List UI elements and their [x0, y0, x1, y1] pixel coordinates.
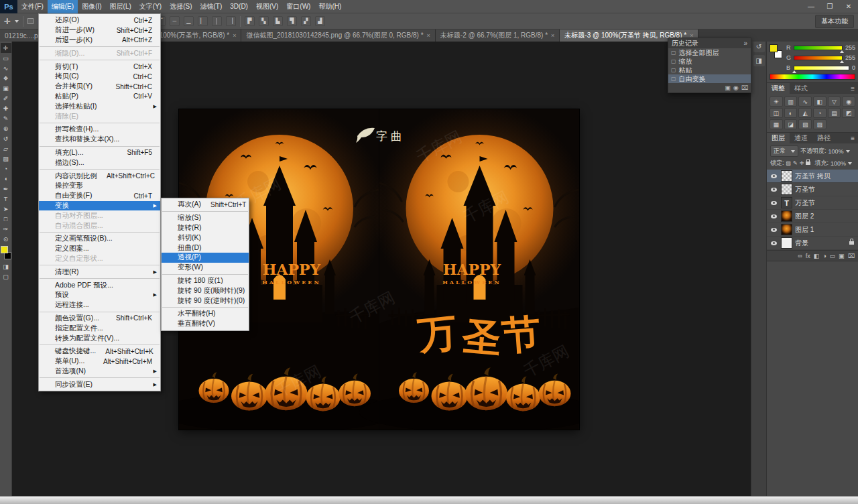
menu-filter[interactable]: 滤镜(T) — [196, 0, 227, 13]
eyedropper-tool[interactable]: ✐ — [1, 93, 11, 103]
tab-close-icon[interactable]: × — [427, 32, 430, 39]
tab-paths[interactable]: 路径 — [812, 133, 835, 143]
shape-tool[interactable]: □ — [1, 214, 11, 224]
tab-channels[interactable]: 通道 — [790, 133, 812, 143]
link-layers-icon[interactable]: ∞ — [798, 253, 802, 259]
spot-healing-brush-tool[interactable]: ✚ — [1, 103, 11, 113]
opacity-value[interactable]: 100% — [829, 148, 844, 155]
submenu-item-transform-again[interactable]: 再次(A)Shift+Ctrl+T — [162, 200, 249, 210]
menu-3d[interactable]: 3D(D) — [226, 0, 252, 13]
exposure-icon[interactable]: ◧ — [813, 97, 826, 107]
curves-icon[interactable]: ∿ — [798, 97, 812, 107]
windows-taskbar[interactable] — [0, 496, 858, 504]
lock-all-icon[interactable] — [806, 162, 810, 165]
layer-thumbnail[interactable] — [781, 224, 792, 235]
distribute-bottom-edges-icon[interactable]: ▙ — [273, 16, 283, 26]
menu-layer[interactable]: 图层(L) — [106, 0, 135, 13]
history-panel-icon[interactable]: ↺ — [753, 41, 765, 52]
menu-item-transform[interactable]: 变换▶ — [39, 201, 160, 211]
document-tab-4[interactable]: 未标题-2 @ 66.7%(图层 1, RGB/8) * × — [436, 29, 560, 42]
layer-visibility-toggle[interactable] — [769, 241, 778, 245]
submenu-item-rotate[interactable]: 旋转(R) — [162, 223, 249, 233]
pen-tool[interactable]: ✒ — [1, 184, 11, 194]
menu-item-presets[interactable]: 预设▶ — [39, 290, 160, 300]
black-white-icon[interactable]: ◐ — [784, 108, 798, 118]
layer-visibility-toggle[interactable] — [769, 228, 778, 232]
history-brush-tool[interactable]: ↺ — [1, 133, 11, 143]
delete-layer-icon[interactable]: ⌧ — [848, 253, 855, 259]
layer-effects-icon[interactable]: fx — [806, 253, 810, 259]
menu-item-sync-settings[interactable]: 同步设置(E)▶ — [39, 379, 160, 389]
menu-item-keyboard-shortcuts[interactable]: 键盘快捷键...Alt+Shift+Ctrl+K — [39, 346, 160, 357]
lock-transparent-pixels-icon[interactable]: ▨ — [786, 160, 792, 166]
tab-layers[interactable]: 图层 — [767, 133, 790, 143]
layer-group-icon[interactable]: ▭ — [830, 253, 836, 259]
layer-thumbnail[interactable] — [781, 184, 792, 195]
menu-item-cut[interactable]: 剪切(T)Ctrl+X — [39, 62, 160, 72]
align-bottom-edges-icon[interactable]: ▁ — [184, 16, 194, 26]
blur-tool[interactable]: ◔ — [1, 164, 11, 174]
layer-visibility-toggle[interactable] — [769, 214, 778, 218]
hue-saturation-icon[interactable]: ◉ — [842, 97, 855, 107]
panel-menu-icon[interactable]: ≡ — [847, 85, 858, 92]
color-spectrum-ramp[interactable] — [770, 74, 855, 80]
submenu-item-skew[interactable]: 斜切(K) — [162, 233, 249, 243]
menu-item-puppet-warp[interactable]: 操控变形 — [39, 181, 160, 191]
menu-view[interactable]: 视图(V) — [252, 0, 282, 13]
panel-menu-icon[interactable]: ≡ — [847, 135, 858, 142]
channel-mixer-icon[interactable]: ◔ — [813, 108, 826, 118]
layer-thumbnail[interactable] — [781, 210, 792, 222]
path-selection-tool[interactable]: ➤ — [1, 204, 11, 214]
submenu-item-distort[interactable]: 扭曲(D) — [162, 243, 249, 253]
crop-tool[interactable]: ▣ — [1, 83, 11, 93]
auto-select-checkbox[interactable] — [27, 18, 34, 24]
vibrance-icon[interactable]: ▽ — [828, 97, 841, 107]
adjustment-layer-icon[interactable]: ◑ — [822, 253, 826, 259]
menu-item-step-backward[interactable]: 后退一步(K)Alt+Ctrl+Z — [39, 36, 160, 46]
zoom-tool[interactable]: ⊙ — [1, 234, 11, 244]
menu-item-menus[interactable]: 菜单(U)...Alt+Shift+Ctrl+M — [39, 357, 160, 367]
submenu-item-rotate-90-ccw[interactable]: 旋转 90 度(逆时针)(0) — [162, 296, 249, 306]
submenu-item-scale[interactable]: 缩放(S) — [162, 213, 249, 223]
fill-value[interactable]: 100% — [831, 160, 846, 167]
tab-close-icon[interactable]: × — [233, 32, 236, 39]
eraser-tool[interactable]: ▱ — [1, 143, 11, 153]
minimize-button[interactable]: — — [802, 0, 820, 13]
layer-row-layer-1[interactable]: 图层 1 — [767, 223, 858, 237]
brightness-contrast-icon[interactable]: ☀ — [770, 97, 783, 107]
type-tool[interactable]: T — [1, 194, 11, 204]
menu-edit[interactable]: 编辑(E) — [48, 0, 78, 13]
menu-item-copy[interactable]: 拷贝(C)Ctrl+C — [39, 72, 160, 82]
menu-item-fade[interactable]: 渐隐(D)...Shift+Ctrl+F — [39, 48, 160, 58]
layer-visibility-toggle[interactable] — [769, 174, 778, 178]
rectangular-marquee-tool[interactable]: ▭ — [1, 53, 11, 63]
levels-icon[interactable]: ▥ — [784, 97, 798, 107]
layer-row-halloween-copy[interactable]: 万圣节 拷贝 — [767, 170, 858, 183]
distribute-vertical-centers-icon[interactable]: ▚ — [259, 16, 269, 26]
layer-mask-icon[interactable]: ◧ — [814, 253, 820, 259]
layer-row-halloween-type[interactable]: T 万圣节 — [767, 196, 858, 210]
workspace-switcher[interactable]: 基本功能 — [815, 15, 854, 28]
distribute-horizontal-centers-icon[interactable]: ▞ — [301, 16, 311, 26]
menu-item-remote-connections[interactable]: 远程连接... — [39, 300, 160, 310]
quick-selection-tool[interactable]: ❖ — [1, 73, 11, 83]
history-step-2[interactable]: ▢ 缩放 — [668, 57, 751, 66]
align-right-edges-icon[interactable]: ▕ — [226, 16, 236, 26]
menu-item-free-transform[interactable]: 自由变换(F)Ctrl+T — [39, 191, 160, 201]
brush-tool[interactable]: ✎ — [1, 113, 11, 123]
properties-panel-icon[interactable]: ◨ — [753, 55, 765, 66]
menu-item-content-aware-scale[interactable]: 内容识别比例Alt+Shift+Ctrl+C — [39, 171, 160, 181]
color-balance-icon[interactable]: ◫ — [770, 108, 783, 118]
menu-file[interactable]: 文件(F) — [17, 0, 48, 13]
menu-item-define-custom-shape[interactable]: 定义自定形状... — [39, 254, 160, 264]
menu-window[interactable]: 窗口(W) — [282, 0, 314, 13]
menu-help[interactable]: 帮助(H) — [314, 0, 345, 13]
distribute-right-edges-icon[interactable]: ▟ — [315, 16, 325, 26]
gradient-map-icon[interactable]: ▧ — [798, 119, 812, 129]
lock-position-icon[interactable]: ✛ — [800, 160, 804, 166]
layer-row-halloween[interactable]: 万圣节 — [767, 183, 858, 196]
color-swatches[interactable] — [1, 246, 11, 259]
align-vertical-centers-icon[interactable]: ─ — [170, 16, 180, 26]
menu-select[interactable]: 选择(S) — [166, 0, 196, 13]
blue-slider[interactable] — [794, 66, 849, 70]
